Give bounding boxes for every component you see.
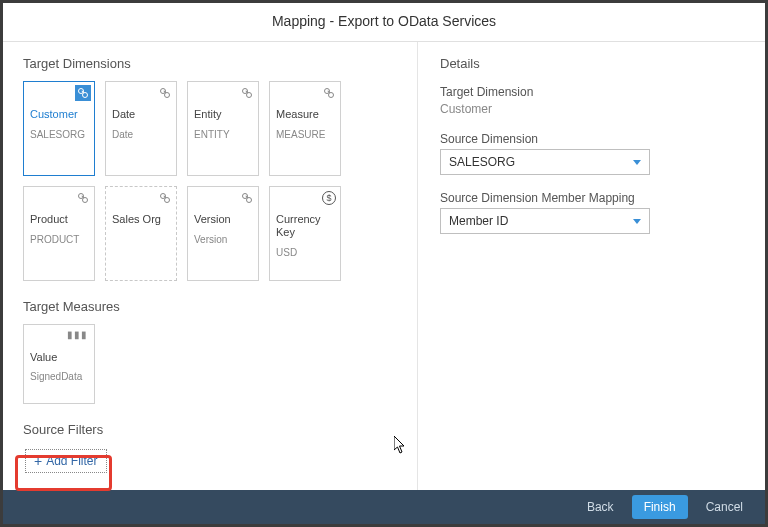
link-icon	[321, 85, 337, 101]
measure-card-value[interactable]: ▮▮▮ Value SignedData	[23, 324, 95, 404]
dimension-card-salesorg[interactable]: Sales Org	[105, 186, 177, 281]
dialog-body: Target Dimensions Customer SALESORG Date…	[3, 42, 765, 490]
link-icon	[239, 85, 255, 101]
link-icon	[75, 190, 91, 206]
mapping-dialog: Mapping - Export to OData Services Targe…	[3, 3, 765, 524]
link-icon	[75, 85, 91, 101]
dimension-card-product[interactable]: Product PRODUCT	[23, 186, 95, 281]
card-sub: Date	[112, 129, 170, 140]
dimension-card-date[interactable]: Date Date	[105, 81, 177, 176]
chevron-down-icon	[633, 219, 641, 224]
chevron-down-icon	[633, 160, 641, 165]
currency-icon: $	[322, 191, 336, 205]
card-sub: PRODUCT	[30, 234, 88, 245]
card-title: Customer	[30, 108, 88, 121]
dimension-card-currency[interactable]: $ Currency Key USD	[269, 186, 341, 281]
add-filter-label: Add Filter	[46, 454, 97, 468]
measure-cards: ▮▮▮ Value SignedData	[23, 324, 401, 404]
source-dimension-selected: SALESORG	[449, 155, 515, 169]
right-pane: Details Target Dimension Customer Source…	[418, 42, 765, 490]
measure-icon: ▮▮▮	[67, 329, 88, 340]
details-heading: Details	[440, 56, 747, 71]
dimension-card-customer[interactable]: Customer SALESORG	[23, 81, 95, 176]
card-sub: SignedData	[30, 371, 88, 382]
source-dimension-select[interactable]: SALESORG	[440, 149, 650, 175]
link-icon	[157, 190, 173, 206]
target-measures-heading: Target Measures	[23, 299, 401, 314]
target-dimensions-heading: Target Dimensions	[23, 56, 401, 71]
card-title: Version	[194, 213, 252, 226]
dimension-card-measure[interactable]: Measure MEASURE	[269, 81, 341, 176]
plus-icon: +	[34, 454, 42, 468]
link-icon	[157, 85, 173, 101]
source-filters-heading: Source Filters	[23, 422, 401, 437]
cancel-button[interactable]: Cancel	[694, 495, 755, 519]
member-mapping-selected: Member ID	[449, 214, 508, 228]
card-sub: MEASURE	[276, 129, 334, 140]
card-sub: SALESORG	[30, 129, 88, 140]
card-sub: USD	[276, 247, 334, 258]
card-title: Value	[30, 351, 88, 363]
link-icon	[239, 190, 255, 206]
card-sub: Version	[194, 234, 252, 245]
member-mapping-label: Source Dimension Member Mapping	[440, 191, 747, 205]
add-filter-button[interactable]: + Add Filter	[25, 449, 107, 473]
card-sub: ENTITY	[194, 129, 252, 140]
card-title: Entity	[194, 108, 252, 121]
member-mapping-select[interactable]: Member ID	[440, 208, 650, 234]
currency-icon-wrap: $	[321, 190, 337, 206]
dimension-cards: Customer SALESORG Date Date Entity ENTIT…	[23, 81, 401, 281]
back-button[interactable]: Back	[575, 495, 626, 519]
card-title: Measure	[276, 108, 334, 121]
target-dimension-label: Target Dimension	[440, 85, 747, 99]
finish-button[interactable]: Finish	[632, 495, 688, 519]
dimension-card-entity[interactable]: Entity ENTITY	[187, 81, 259, 176]
dialog-footer: Back Finish Cancel	[3, 490, 765, 524]
target-dimension-value: Customer	[440, 102, 747, 116]
dialog-title: Mapping - Export to OData Services	[3, 3, 765, 42]
source-dimension-label: Source Dimension	[440, 132, 747, 146]
card-title: Currency Key	[276, 213, 334, 239]
card-title: Date	[112, 108, 170, 121]
left-pane: Target Dimensions Customer SALESORG Date…	[3, 42, 418, 490]
card-title: Product	[30, 213, 88, 226]
dimension-card-version[interactable]: Version Version	[187, 186, 259, 281]
card-title: Sales Org	[112, 213, 170, 226]
